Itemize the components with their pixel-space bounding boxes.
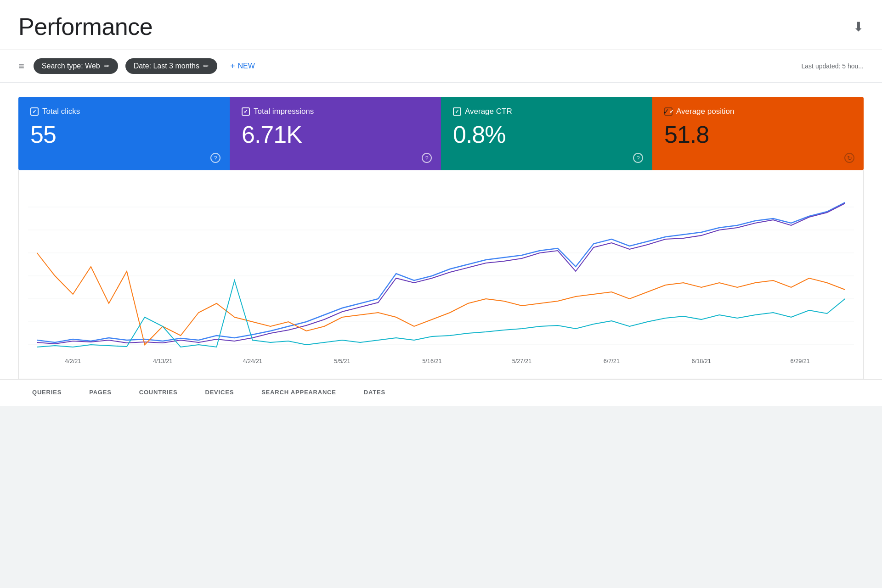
new-label: NEW [237, 62, 254, 70]
clicks-value: 55 [30, 123, 218, 146]
header-right: ⬇ [853, 19, 864, 34]
date-chip[interactable]: Date: Last 3 months ✏ [125, 58, 217, 74]
new-button[interactable]: + NEW [225, 59, 260, 74]
filter-icon[interactable]: ≡ [18, 60, 24, 72]
performance-chart: 4/2/21 4/13/21 4/24/21 5/5/21 5/16/21 5/… [28, 184, 854, 368]
clicks-checkbox [30, 107, 39, 116]
tab-devices[interactable]: DEVICES [191, 380, 248, 406]
metric-card-position[interactable]: ✓ Average position 51.8 ↻ [652, 97, 864, 170]
download-icon[interactable]: ⬇ [853, 19, 864, 34]
position-value: 51.8 [664, 123, 852, 146]
tab-countries[interactable]: COUNTRIES [125, 380, 192, 406]
position-checkbox: ✓ [664, 107, 673, 116]
clicks-label: Total clicks [30, 107, 218, 116]
clicks-help-icon[interactable]: ? [210, 153, 220, 163]
svg-text:4/24/21: 4/24/21 [243, 358, 262, 364]
toolbar: ≡ Search type: Web ✏ Date: Last 3 months… [0, 50, 882, 83]
impressions-value: 6.71K [242, 123, 429, 146]
svg-text:5/16/21: 5/16/21 [422, 358, 441, 364]
svg-text:4/13/21: 4/13/21 [153, 358, 172, 364]
tab-dates[interactable]: DATES [350, 380, 399, 406]
chart-container: 4/2/21 4/13/21 4/24/21 5/5/21 5/16/21 5/… [18, 170, 864, 379]
ctr-label: Average CTR [453, 107, 640, 116]
metric-card-clicks[interactable]: Total clicks 55 ? [18, 97, 230, 170]
svg-text:6/7/21: 6/7/21 [604, 358, 620, 364]
page-container: Performance ⬇ ≡ Search type: Web ✏ Date:… [0, 0, 882, 406]
plus-icon: + [230, 62, 235, 71]
svg-text:5/5/21: 5/5/21 [334, 358, 350, 364]
position-label: ✓ Average position [664, 107, 852, 116]
position-help-icon[interactable]: ↻ [844, 153, 854, 163]
impressions-label: Total impressions [242, 107, 429, 116]
last-updated: Last updated: 5 hou... [802, 62, 864, 70]
tab-search-appearance[interactable]: SEARCH APPEARANCE [248, 380, 350, 406]
page-title: Performance [18, 13, 153, 40]
svg-text:5/27/21: 5/27/21 [512, 358, 531, 364]
impressions-checkbox [242, 107, 250, 116]
metrics-row: Total clicks 55 ? Total impressions 6.71… [18, 97, 864, 170]
date-label: Date: Last 3 months [134, 62, 199, 70]
tab-queries[interactable]: QUERIES [18, 380, 75, 406]
ctr-value: 0.8% [453, 123, 640, 146]
tab-pages[interactable]: PAGES [75, 380, 125, 406]
svg-text:6/18/21: 6/18/21 [692, 358, 711, 364]
header: Performance ⬇ [0, 0, 882, 50]
search-type-label: Search type: Web [42, 62, 100, 70]
metric-card-ctr[interactable]: Average CTR 0.8% ? [441, 97, 652, 170]
metric-card-impressions[interactable]: Total impressions 6.71K ? [230, 97, 441, 170]
date-edit-icon: ✏ [203, 62, 209, 70]
search-type-chip[interactable]: Search type: Web ✏ [34, 58, 118, 74]
impressions-help-icon[interactable]: ? [422, 153, 432, 163]
svg-text:6/29/21: 6/29/21 [791, 358, 810, 364]
ctr-help-icon[interactable]: ? [633, 153, 643, 163]
bottom-tabs: QUERIES PAGES COUNTRIES DEVICES SEARCH A… [0, 379, 882, 406]
svg-text:4/2/21: 4/2/21 [65, 358, 81, 364]
search-type-edit-icon: ✏ [104, 62, 110, 70]
ctr-checkbox [453, 107, 461, 116]
